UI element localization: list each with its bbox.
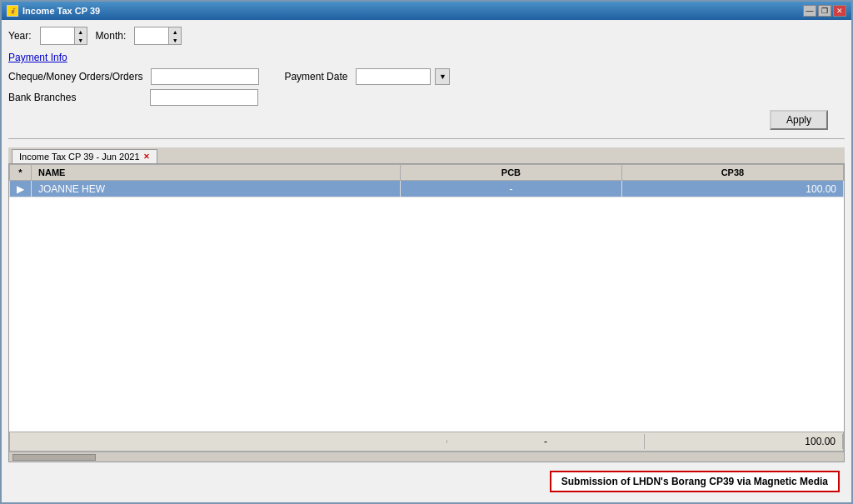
scrollbar-thumb[interactable]: [12, 454, 96, 461]
month-down-button[interactable]: ▼: [169, 36, 181, 44]
footer-pcb-cell: -: [447, 434, 646, 449]
tab-close-button[interactable]: ✕: [143, 152, 150, 161]
horizontal-scrollbar[interactable]: [9, 452, 844, 462]
restore-button[interactable]: ❐: [818, 5, 831, 17]
window-icon: 💰: [7, 5, 18, 17]
cheque-input[interactable]: [151, 68, 259, 85]
apply-row: Apply: [8, 110, 845, 130]
main-window: 💰 Income Tax CP 39 — ❐ ✕ Year: 2021 ▲ ▼: [0, 0, 853, 504]
footer-cp38-cell: 100.00: [645, 434, 843, 449]
month-up-button[interactable]: ▲: [169, 27, 181, 36]
year-spinner[interactable]: 2021 ▲ ▼: [40, 27, 87, 45]
year-input[interactable]: 2021: [41, 27, 74, 44]
col-indicator: *: [10, 165, 32, 181]
top-section: Year: 2021 ▲ ▼ Month: 6 ▲ ▼: [8, 27, 845, 130]
window-title: Income Tax CP 39: [22, 6, 100, 16]
bank-branches-row: Bank Branches: [8, 89, 845, 106]
year-label: Year:: [8, 30, 32, 42]
row-name: JOANNE HEW: [32, 181, 401, 197]
tab-label: Income Tax CP 39 - Jun 2021: [19, 152, 140, 162]
cheque-row: Cheque/Money Orders/Orders Payment Date …: [8, 68, 845, 85]
col-cp38: CP38: [621, 165, 843, 181]
table-body: ▶ JOANNE HEW - 100.00: [10, 181, 844, 197]
row-indicator: ▶: [10, 181, 32, 197]
section-divider: [8, 138, 845, 139]
bank-branches-input[interactable]: [150, 89, 258, 106]
table-empty-area: [9, 197, 844, 432]
bottom-bar: Submission of LHDN's Borang CP39 via Mag…: [8, 467, 845, 496]
title-bar: 💰 Income Tax CP 39 — ❐ ✕: [2, 2, 851, 20]
month-input[interactable]: 6: [135, 27, 168, 44]
title-buttons: — ❐ ✕: [803, 5, 846, 17]
year-up-button[interactable]: ▲: [75, 27, 87, 36]
title-bar-left: 💰 Income Tax CP 39: [7, 5, 100, 17]
payment-date-row: 14/06/2021 ▼: [356, 68, 450, 85]
apply-button[interactable]: Apply: [770, 110, 828, 130]
year-spinner-buttons: ▲ ▼: [74, 27, 87, 44]
close-button[interactable]: ✕: [833, 5, 846, 17]
payment-date-label: Payment Date: [284, 71, 347, 82]
payment-info-link[interactable]: Payment Info: [8, 52, 67, 63]
table-header-row: * NAME PCB CP38: [10, 165, 844, 181]
table-row[interactable]: ▶ JOANNE HEW - 100.00: [10, 181, 844, 197]
tab-section: Income Tax CP 39 - Jun 2021 ✕ * NAME PCB…: [8, 147, 845, 462]
data-table: * NAME PCB CP38 ▶ JOANNE HEW - 100.00: [9, 164, 844, 197]
data-table-container: * NAME PCB CP38 ▶ JOANNE HEW - 100.00: [8, 163, 845, 462]
col-name: NAME: [32, 165, 401, 181]
table-header: * NAME PCB CP38: [10, 165, 844, 181]
footer-name-cell: [10, 440, 447, 443]
payment-date-input[interactable]: 14/06/2021: [356, 68, 431, 85]
cheque-label: Cheque/Money Orders/Orders: [8, 71, 142, 82]
payment-date-dropdown-button[interactable]: ▼: [435, 68, 450, 85]
col-pcb: PCB: [401, 165, 622, 181]
table-footer: - 100.00: [9, 432, 844, 452]
content-area: Year: 2021 ▲ ▼ Month: 6 ▲ ▼: [2, 20, 851, 502]
year-down-button[interactable]: ▼: [75, 36, 87, 44]
bank-branches-label: Bank Branches: [8, 92, 142, 103]
month-spinner[interactable]: 6 ▲ ▼: [134, 27, 182, 45]
year-month-row: Year: 2021 ▲ ▼ Month: 6 ▲ ▼: [8, 27, 845, 45]
row-pcb: -: [401, 181, 622, 197]
month-label: Month:: [96, 30, 127, 42]
tab-header: Income Tax CP 39 - Jun 2021 ✕: [8, 147, 845, 163]
row-cp38: 100.00: [621, 181, 843, 197]
month-spinner-buttons: ▲ ▼: [168, 27, 181, 44]
submission-button[interactable]: Submission of LHDN's Borang CP39 via Mag…: [550, 471, 840, 492]
minimize-button[interactable]: —: [803, 5, 816, 17]
income-tax-tab[interactable]: Income Tax CP 39 - Jun 2021 ✕: [12, 149, 157, 163]
